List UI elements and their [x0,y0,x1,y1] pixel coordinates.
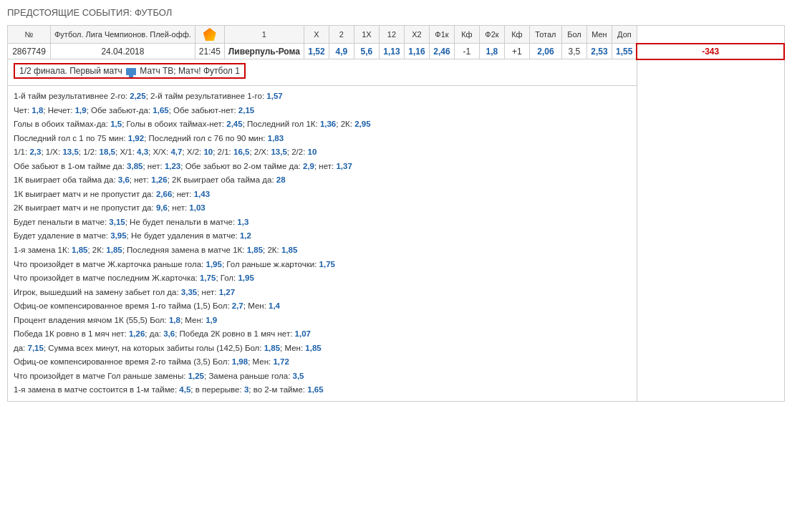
odds-value[interactable]: 1,85 [247,246,263,254]
odds-value[interactable]: 4,7 [170,147,182,156]
odds-value[interactable]: 1,07 [295,329,311,338]
odds-value[interactable]: 1,65 [153,106,168,115]
odds-value[interactable]: 3,6 [163,329,175,338]
header-hx2: Х2 [404,26,429,44]
tv-icon [126,68,136,75]
odds-value[interactable]: 2,45 [226,120,242,128]
odds-value[interactable]: 3,5 [293,372,304,380]
match-odds2[interactable]: 5,6 [354,44,379,59]
odds-value[interactable]: 2,66 [156,190,172,198]
match-odds1x[interactable]: 1,13 [379,44,404,59]
odds-value[interactable]: 3,15 [109,218,125,226]
odds-value[interactable]: 7,15 [28,344,44,352]
odds-value[interactable]: 1,2 [240,231,251,240]
odds-value[interactable]: 2,3 [29,147,41,156]
detail-line: Офиц-ое компенсированное время 1-го тайм… [14,299,631,314]
odds-value[interactable]: 18,5 [100,147,115,156]
header-bol: Бол [561,26,586,44]
header-kf2: Кф [504,26,529,44]
odds-value[interactable]: 3,95 [110,231,126,240]
odds-value[interactable]: 1,5 [110,120,122,128]
detail-line: Последний гол с 1 по 75 мин: 1,92; После… [14,132,631,146]
odds-value[interactable]: 3,35 [181,288,197,296]
match-total: 3,5 [561,44,586,59]
odds-value[interactable]: 13,5 [271,147,286,156]
detail-line: 1К выиграет матч и не пропустит да: 2,66… [14,188,631,202]
header-icon [195,26,224,44]
odds-value[interactable]: 1,72 [273,357,289,366]
odds-value[interactable]: 1,85 [106,246,122,254]
odds-value[interactable]: 1,57 [266,92,282,100]
odds-value[interactable]: 1,75 [200,274,216,282]
detail-line: Процент владения мячом 1К (55,5) Бол: 1,… [14,314,631,328]
odds-value[interactable]: 1,85 [305,344,321,352]
odds-value[interactable]: 2,95 [354,120,370,128]
odds-value[interactable]: 2,7 [232,301,243,310]
odds-value[interactable]: 16,5 [233,147,249,156]
odds-value[interactable]: 1,43 [194,190,210,198]
semifinal-box: 1/2 финала. Первый матч Матч ТВ; Матч! Ф… [14,63,246,79]
match-id: 2867749 [8,44,51,59]
odds-value[interactable]: 1,85 [72,246,87,254]
detail-line: Победа 1К ровно в 1 мяч нет: 1,26; да: 3… [14,327,631,342]
odds-value[interactable]: 1,85 [281,246,297,254]
match-teams[interactable]: Ливерпуль-Рома [224,44,304,59]
header-league: Футбол. Лига Чемпионов. Плей-офф. [51,26,195,44]
odds-value[interactable]: 28 [276,175,286,184]
match-row: 2867749 24.04.2018 21:45 Ливерпуль-Рома … [8,44,785,59]
odds-value[interactable]: 1,03 [189,203,205,212]
odds-value[interactable]: 10 [203,147,213,156]
odds-value[interactable]: 3,85 [127,162,143,170]
header-hx: Х [304,26,329,44]
odds-value[interactable]: 1,37 [336,162,352,170]
match-oddsx[interactable]: 4,9 [329,44,354,59]
odds-value[interactable]: 1,8 [32,106,43,115]
details-content: 1-й тайм результативнее 2-го: 2,25; 2-й … [8,86,637,402]
odds-value[interactable]: 1,3 [237,218,248,226]
match-odds12[interactable]: 1,16 [404,44,429,59]
header-h1: 1 [224,26,304,44]
odds-value[interactable]: 2,15 [238,106,254,115]
odds-value[interactable]: 1,8 [169,316,180,324]
odds-value[interactable]: 1,4 [269,301,280,310]
match-dop[interactable]: -343 [637,44,784,59]
odds-value[interactable]: 1,75 [319,260,335,269]
match-kf1[interactable]: 1,8 [479,44,504,59]
odds-value[interactable]: 4,5 [179,385,190,394]
page-title: ПРЕДСТОЯЩИЕ СОБЫТИЯ: ФУТБОЛ [7,7,785,18]
league-icon [203,28,216,41]
odds-value[interactable]: 1,27 [219,288,235,296]
odds-value[interactable]: 2,9 [303,162,314,170]
odds-value[interactable]: 1,9 [75,106,87,115]
odds-value[interactable]: 1,92 [128,134,144,142]
odds-value[interactable]: 1,95 [238,274,253,282]
odds-value[interactable]: 1,65 [307,385,323,394]
odds-value[interactable]: 1,98 [232,357,248,366]
detail-line: 1-я замена 1К: 1,85; 2К: 1,85; Последняя… [14,243,631,258]
odds-value[interactable]: 1,26 [151,175,167,184]
odds-value[interactable]: 1,83 [268,134,284,142]
match-oddsx2[interactable]: 2,46 [429,44,454,59]
odds-value[interactable]: 3,6 [118,175,130,184]
match-f2k: +1 [504,44,529,59]
odds-value[interactable]: 4,3 [137,147,148,156]
odds-value[interactable]: 1,26 [129,329,145,338]
odds-value[interactable]: 1,36 [320,120,336,128]
odds-value[interactable]: 13,5 [62,147,78,156]
header-h12: 12 [379,26,404,44]
odds-value[interactable]: 1,23 [165,162,180,170]
detail-line: 1/1: 2,3; 1/Х: 13,5; 1/2: 18,5; Х/1: 4,3… [14,145,631,160]
odds-value[interactable]: 3 [244,385,248,394]
match-men[interactable]: 1,55 [612,44,637,59]
match-odds1[interactable]: 1,52 [304,44,329,59]
match-bol[interactable]: 2,53 [586,44,612,59]
odds-value[interactable]: 1,25 [188,372,204,380]
match-kf2[interactable]: 2,06 [529,44,561,59]
odds-value[interactable]: 1,85 [264,344,280,352]
odds-value[interactable]: 1,9 [206,316,217,324]
match-time: 21:45 [195,44,224,59]
odds-value[interactable]: 10 [308,147,317,156]
odds-value[interactable]: 9,6 [156,203,168,212]
odds-value[interactable]: 1,95 [206,260,222,269]
odds-value[interactable]: 2,25 [130,92,145,100]
